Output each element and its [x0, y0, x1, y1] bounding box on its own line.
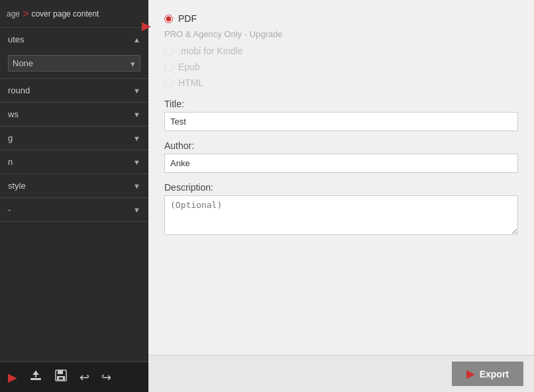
redo-icon: ↪ [101, 370, 111, 385]
sidebar-item-dash[interactable]: - ▼ [0, 198, 148, 221]
sidebar-label-round: round [8, 85, 30, 95]
mobi-radio[interactable] [164, 47, 173, 56]
description-label: Description: [164, 182, 518, 193]
sidebar-section-ws: ws ▼ [0, 103, 148, 126]
sidebar-label-style: style [8, 181, 26, 191]
chevron-down-icon-g: ▼ [133, 134, 140, 142]
sidebar-label-n: n [8, 157, 13, 167]
title-label: Title: [164, 99, 518, 109]
main-content: ▶ PDF PRO & Agency Only - Upgrade .mobi … [148, 0, 534, 392]
format-section: PDF PRO & Agency Only - Upgrade .mobi fo… [164, 13, 518, 88]
svg-rect-0 [30, 378, 41, 380]
chevron-down-icon-dash: ▼ [133, 206, 140, 214]
chevron-down-icon-round: ▼ [133, 87, 140, 95]
breadcrumb-current: cover page content [31, 9, 99, 19]
export-button[interactable]: ▶ Export [452, 362, 523, 386]
svg-marker-2 [32, 371, 39, 375]
breadcrumb: age > cover page content [0, 0, 148, 28]
undo-button[interactable]: ↩ [77, 368, 92, 387]
sidebar-label-utes: utes [8, 34, 25, 44]
svg-rect-6 [59, 377, 63, 379]
sidebar-section-round: round ▼ [0, 79, 148, 103]
sidebar-item-round[interactable]: round ▼ [0, 79, 148, 102]
epub-radio-row: Epub [164, 62, 518, 72]
save-icon [54, 369, 68, 385]
sidebar-section-style: style ▼ [0, 174, 148, 198]
undo-icon: ↩ [80, 370, 89, 385]
html-label[interactable]: HTML [178, 77, 203, 88]
chevron-down-icon-ws: ▼ [133, 111, 140, 119]
description-textarea[interactable] [164, 195, 518, 235]
author-input[interactable] [164, 154, 518, 173]
export-button-toolbar[interactable] [27, 366, 45, 388]
pro-only-label: PRO & Agency Only - Upgrade [164, 29, 518, 39]
sidebar-section-n: n ▼ [0, 150, 148, 174]
sidebar-section-utes: utes ▲ None [0, 28, 148, 79]
html-radio[interactable] [164, 79, 173, 87]
epub-label[interactable]: Epub [178, 62, 200, 72]
title-input[interactable] [164, 112, 518, 131]
play-icon: ▶ [8, 370, 17, 385]
sidebar-item-ws[interactable]: ws ▼ [0, 103, 148, 126]
breadcrumb-page: age [7, 9, 20, 19]
play-button[interactable]: ▶ [5, 368, 20, 387]
export-label: Export [480, 369, 509, 379]
chevron-up-icon: ▲ [133, 36, 140, 44]
chevron-down-icon-n: ▼ [133, 158, 140, 166]
export-panel: PDF PRO & Agency Only - Upgrade .mobi fo… [148, 0, 534, 355]
pdf-label[interactable]: PDF [178, 13, 197, 24]
sidebar-item-g[interactable]: g ▼ [0, 126, 148, 150]
mobi-label[interactable]: .mobi for Kindle [178, 46, 242, 56]
sidebar-section-g: g ▼ [0, 126, 148, 150]
sidebar: age > cover page content utes ▲ None rou… [0, 0, 148, 392]
mobi-radio-row: .mobi for Kindle [164, 46, 518, 56]
sidebar-section-dash: - ▼ [0, 198, 148, 222]
sidebar-toolbar: ▶ ↩ ↪ [0, 362, 148, 392]
pdf-radio-row: PDF [164, 13, 518, 24]
pdf-radio[interactable] [164, 15, 173, 23]
export-footer: ▶ Export [148, 355, 534, 392]
form-section: Title: Author: Description: [164, 99, 518, 237]
none-select[interactable]: None [8, 55, 140, 72]
sidebar-item-style[interactable]: style ▼ [0, 174, 148, 197]
breadcrumb-separator: > [23, 8, 28, 20]
export-arrow-icon: ▶ [466, 368, 474, 380]
sidebar-item-utes[interactable]: utes ▲ [0, 28, 148, 51]
sidebar-item-n[interactable]: n ▼ [0, 150, 148, 173]
svg-rect-4 [58, 370, 63, 374]
sidebar-select-wrapper: None [8, 55, 140, 72]
redo-button[interactable]: ↪ [99, 368, 114, 387]
upload-icon [29, 369, 42, 385]
export-panel-arrow: ▶ [142, 19, 151, 33]
epub-radio[interactable] [164, 63, 173, 72]
sidebar-select-row: None [0, 51, 148, 78]
chevron-down-icon-style: ▼ [133, 182, 140, 190]
sidebar-label-ws: ws [8, 109, 19, 119]
sidebar-label-dash: - [8, 205, 11, 215]
author-label: Author: [164, 140, 518, 151]
sidebar-label-g: g [8, 133, 13, 143]
html-radio-row: HTML [164, 77, 518, 88]
save-button[interactable] [52, 366, 70, 388]
